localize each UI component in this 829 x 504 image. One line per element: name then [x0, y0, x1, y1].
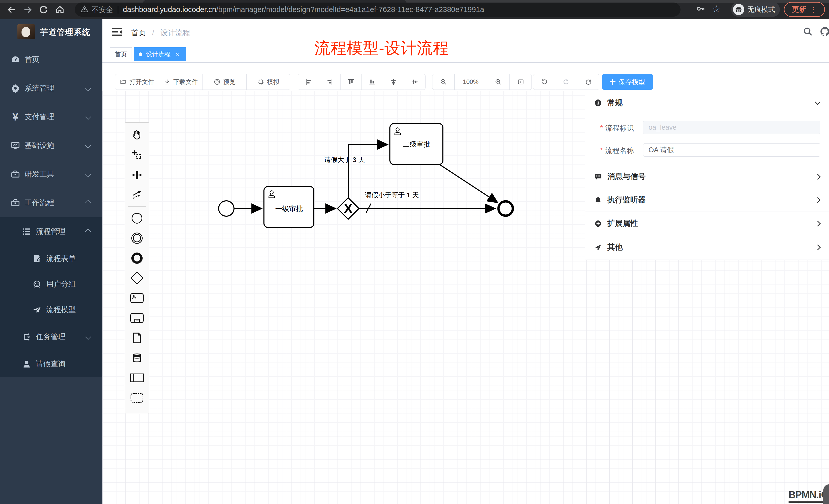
restart-button[interactable] [577, 74, 599, 90]
bpmn-io-watermark[interactable]: BPMN.iO [789, 490, 828, 503]
chevron-down-icon [85, 334, 91, 340]
app-title: 芋道管理系统 [40, 27, 91, 38]
sidebar-item-devtools[interactable]: 研发工具 [0, 160, 102, 189]
app-header: 首页 / 设计流程 TT [102, 19, 829, 45]
breadcrumb-current: 设计流程 [160, 29, 190, 37]
undo-button[interactable] [533, 74, 555, 90]
chevron-right-icon [815, 197, 821, 203]
chevron-up-icon [85, 200, 91, 206]
chevron-down-icon [85, 85, 91, 91]
browser-forward-icon[interactable] [22, 4, 34, 16]
paper-plane-icon [32, 305, 42, 315]
address-separator [118, 6, 118, 13]
tab-home[interactable]: 首页 [110, 47, 132, 61]
key-icon[interactable] [695, 4, 706, 14]
browser-back-icon[interactable] [6, 4, 18, 16]
zoom-out-button[interactable] [432, 74, 455, 90]
incognito-badge: 无痕模式 [731, 2, 780, 17]
download-file-button[interactable]: 下载文件 [159, 74, 203, 90]
align-bottom-button[interactable] [361, 74, 383, 90]
sidebar-item-process-model[interactable]: 流程模型 [0, 297, 102, 323]
flow-task2-to-end[interactable] [440, 165, 498, 203]
end-event[interactable] [499, 201, 513, 216]
chevron-down-icon [85, 143, 91, 149]
designer-toolbar: 打开文件 下载文件 预览 模拟 [102, 63, 829, 91]
briefcase-icon [10, 198, 21, 208]
sidebar-item-system[interactable]: 系统管理 [0, 74, 102, 103]
field-process-name: * 流程名称 OA 请假 [585, 143, 829, 157]
message-icon [593, 172, 603, 181]
browser-reload-icon[interactable] [37, 4, 50, 16]
sidebar-logo-row[interactable]: 芋道管理系统 [0, 24, 102, 44]
condition-label-gt3[interactable]: 请假大于 3 天 [324, 156, 365, 163]
insecure-warning-icon [80, 5, 88, 14]
panel-section-other[interactable]: 其他 [585, 235, 829, 260]
required-asterisk: * [600, 124, 603, 132]
sidebar-item-leave-query[interactable]: 请假查询 [0, 351, 102, 377]
flow-icon [22, 332, 32, 342]
incognito-icon [733, 4, 744, 15]
info-icon [593, 98, 603, 108]
search-icon[interactable] [801, 25, 815, 38]
field-process-key: * 流程标识 oa_leave [585, 121, 829, 134]
sidebar-item-home[interactable]: 首页 [0, 45, 102, 74]
align-right-button[interactable] [319, 74, 340, 90]
task2-label: 二级审批 [403, 141, 430, 148]
toolbox-icon [10, 169, 21, 179]
zoom-in-button[interactable] [487, 74, 510, 90]
properties-panel: 常规 * 流程标识 oa_leave * 流程名称 OA 请假 消息与信号 执行… [585, 91, 829, 260]
person-icon [22, 359, 32, 369]
panel-section-general[interactable]: 常规 [585, 91, 829, 115]
chevron-down-icon [815, 99, 821, 105]
tags-view-bar: 首页 设计流程 [102, 45, 829, 63]
sidebar-item-payment[interactable]: ¥ 支付管理 [0, 103, 102, 131]
app-logo [17, 24, 35, 39]
chevron-right-icon [815, 174, 821, 180]
process-name-input[interactable]: OA 请假 [643, 143, 820, 157]
align-center-vertical-button[interactable] [404, 74, 426, 90]
panel-section-messages[interactable]: 消息与信号 [585, 165, 829, 188]
condition-label-le1[interactable]: 请假小于等于 1 天 [365, 191, 419, 199]
redo-button[interactable] [555, 74, 577, 90]
chevron-right-icon [815, 244, 821, 250]
panel-section-listeners[interactable]: 执行监听器 [585, 188, 829, 212]
sidebar-item-infrastructure[interactable]: 基础设施 [0, 131, 102, 160]
process-key-input[interactable]: oa_leave [643, 121, 820, 134]
url-host: dashboard.yudao.iocoder.cn [123, 5, 216, 14]
active-tab-dot [139, 52, 142, 56]
zoom-reset-button[interactable] [509, 74, 532, 90]
browser-update-button[interactable]: 更新 ⋮ [784, 2, 825, 17]
open-file-button[interactable]: 打开文件 [115, 74, 159, 90]
sidebar-item-user-group[interactable]: 用户分组 [0, 271, 102, 297]
sidebar-toggle-button[interactable] [112, 27, 123, 37]
sidebar-item-process-form[interactable]: 流程表单 [0, 246, 102, 271]
sidebar-item-task-management[interactable]: 任务管理 [0, 324, 102, 350]
panel-section-extended-attrs[interactable]: 扩展属性 [585, 212, 829, 235]
align-center-horizontal-button[interactable] [383, 74, 404, 90]
preview-button[interactable]: 预览 [203, 74, 247, 90]
annotation-title: 流程模型-设计流程 [314, 37, 449, 59]
flow-gateway-to-task2[interactable] [348, 145, 388, 198]
monitor-icon [10, 141, 21, 151]
breadcrumb-home[interactable]: 首页 [131, 29, 146, 37]
start-event[interactable] [219, 201, 234, 216]
browser-home-icon[interactable] [54, 4, 66, 16]
address-bar[interactable]: 不安全 dashboard.yudao.iocoder.cn/bpm/manag… [75, 3, 681, 16]
close-icon[interactable] [175, 51, 180, 57]
github-icon[interactable] [818, 25, 829, 38]
tab-design-process[interactable]: 设计流程 [134, 47, 186, 61]
align-left-button[interactable] [298, 74, 319, 90]
browser-menu-dots-icon[interactable]: ⋮ [810, 5, 817, 14]
dashboard-icon [10, 54, 21, 65]
save-model-button[interactable]: 保存模型 [602, 74, 653, 90]
bell-icon [593, 195, 603, 205]
incognito-label: 无痕模式 [747, 5, 775, 14]
sidebar-item-process-management[interactable]: 流程管理 [0, 219, 102, 244]
bookmark-star-icon[interactable]: ☆ [712, 4, 720, 14]
bpmn-diagram[interactable]: 一级审批 X 二级审批 请假大于 3 天 请假小于等于 1 天 [102, 91, 585, 504]
simulate-button[interactable]: 模拟 [246, 74, 290, 90]
breadcrumb-separator: / [152, 29, 154, 37]
align-top-button[interactable] [340, 74, 362, 90]
sidebar-item-workflow[interactable]: 工作流程 [0, 189, 102, 217]
gateway-x-marker: X [344, 201, 353, 216]
